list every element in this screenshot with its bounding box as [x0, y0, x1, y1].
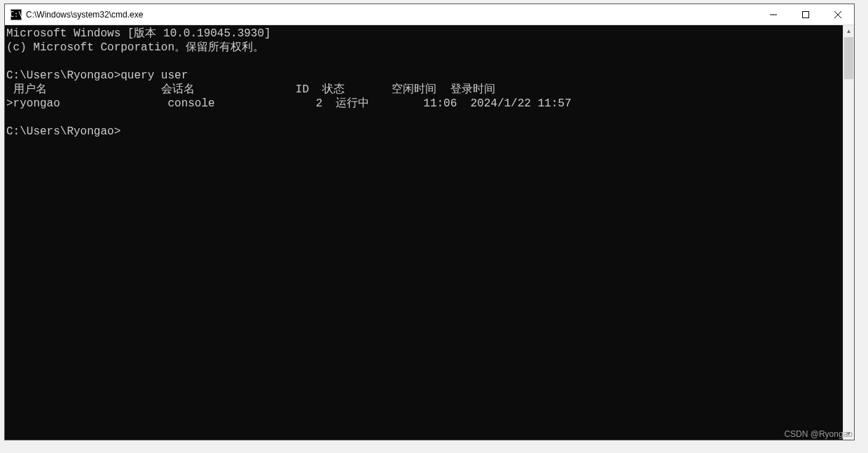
cmd-window: C:\ C:\Windows\system32\cmd.exe Microsof… — [4, 4, 855, 440]
minimize-button[interactable] — [757, 4, 790, 25]
command-text: query user — [120, 69, 188, 82]
blank-line — [6, 111, 843, 125]
window-controls — [757, 4, 854, 25]
prompt-line: C:\Users\Ryongao> — [6, 125, 843, 139]
titlebar[interactable]: C:\ C:\Windows\system32\cmd.exe — [5, 4, 854, 25]
prompt-path: C:\Users\Ryongao> — [6, 125, 120, 138]
vertical-scrollbar[interactable]: ▲ ▼ — [843, 25, 854, 440]
banner-line: Microsoft Windows [版本 10.0.19045.3930] — [6, 27, 843, 41]
terminal-output[interactable]: Microsoft Windows [版本 10.0.19045.3930](c… — [5, 25, 843, 440]
scrollbar-thumb[interactable] — [844, 37, 853, 79]
maximize-button[interactable] — [790, 4, 822, 25]
table-row-line: >ryongao console 2 运行中 11:06 2024/1/22 1… — [6, 97, 843, 111]
table-header-line: 用户名 会话名 ID 状态 空闲时间 登录时间 — [6, 83, 843, 97]
blank-line — [6, 55, 843, 69]
scroll-up-arrow-icon[interactable]: ▲ — [843, 25, 854, 37]
prompt-path: C:\Users\Ryongao> — [6, 69, 120, 82]
watermark-text: CSDN @Ryongao — [784, 429, 853, 439]
window-title: C:\Windows\system32\cmd.exe — [26, 10, 757, 20]
terminal-container: Microsoft Windows [版本 10.0.19045.3930](c… — [5, 25, 854, 440]
close-button[interactable] — [822, 4, 854, 25]
svg-rect-1 — [803, 11, 809, 18]
cmd-icon: C:\ — [11, 9, 22, 20]
prompt-line: C:\Users\Ryongao>query user — [6, 69, 843, 83]
banner-line: (c) Microsoft Corporation。保留所有权利。 — [6, 41, 843, 55]
